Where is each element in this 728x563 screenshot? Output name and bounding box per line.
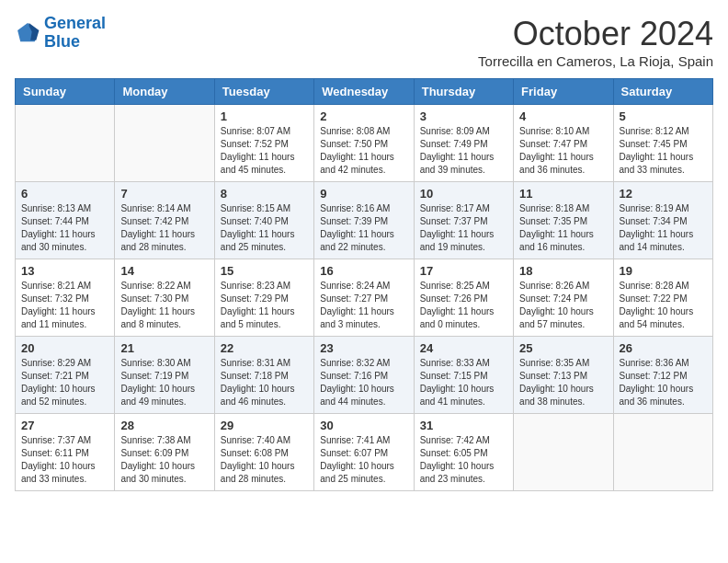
calendar-week-2: 6Sunrise: 8:13 AM Sunset: 7:44 PM Daylig… xyxy=(16,182,713,259)
weekday-header-sunday: Sunday xyxy=(16,79,115,105)
calendar-cell: 22Sunrise: 8:31 AM Sunset: 7:18 PM Dayli… xyxy=(214,337,313,414)
weekday-header-row: SundayMondayTuesdayWednesdayThursdayFrid… xyxy=(16,79,713,105)
calendar-cell: 17Sunrise: 8:25 AM Sunset: 7:26 PM Dayli… xyxy=(414,259,513,337)
month-title: October 2024 xyxy=(478,15,713,53)
day-number: 3 xyxy=(420,109,507,123)
day-number: 28 xyxy=(120,419,208,432)
day-info: Sunrise: 8:35 AM Sunset: 7:13 PM Dayligh… xyxy=(519,357,607,408)
day-info: Sunrise: 8:19 AM Sunset: 7:34 PM Dayligh… xyxy=(620,202,707,254)
day-info: Sunrise: 8:25 AM Sunset: 7:26 PM Dayligh… xyxy=(420,280,507,331)
calendar-cell: 25Sunrise: 8:35 AM Sunset: 7:13 PM Dayli… xyxy=(514,337,613,414)
day-number: 19 xyxy=(620,264,707,278)
weekday-header-monday: Monday xyxy=(115,79,214,105)
day-number: 22 xyxy=(221,341,308,355)
calendar-cell: 3Sunrise: 8:09 AM Sunset: 7:49 PM Daylig… xyxy=(414,105,513,182)
day-number: 11 xyxy=(519,187,607,201)
day-info: Sunrise: 8:22 AM Sunset: 7:30 PM Dayligh… xyxy=(120,280,208,331)
day-info: Sunrise: 8:09 AM Sunset: 7:49 PM Dayligh… xyxy=(420,125,507,177)
day-info: Sunrise: 8:26 AM Sunset: 7:24 PM Dayligh… xyxy=(519,280,607,331)
calendar-cell: 31Sunrise: 7:42 AM Sunset: 6:05 PM Dayli… xyxy=(414,414,513,491)
day-info: Sunrise: 8:12 AM Sunset: 7:45 PM Dayligh… xyxy=(620,125,707,177)
day-number: 6 xyxy=(21,187,108,201)
calendar-cell: 29Sunrise: 7:40 AM Sunset: 6:08 PM Dayli… xyxy=(214,414,313,491)
weekday-header-tuesday: Tuesday xyxy=(214,79,313,105)
calendar-cell xyxy=(514,414,613,491)
day-number: 2 xyxy=(320,109,407,123)
weekday-header-friday: Friday xyxy=(514,79,613,105)
calendar-cell: 7Sunrise: 8:14 AM Sunset: 7:42 PM Daylig… xyxy=(115,182,214,259)
calendar-table: SundayMondayTuesdayWednesdayThursdayFrid… xyxy=(15,78,713,491)
day-info: Sunrise: 8:23 AM Sunset: 7:29 PM Dayligh… xyxy=(221,280,308,331)
day-info: Sunrise: 8:15 AM Sunset: 7:40 PM Dayligh… xyxy=(221,202,308,254)
day-number: 15 xyxy=(221,264,308,278)
day-number: 25 xyxy=(519,341,607,355)
day-info: Sunrise: 8:29 AM Sunset: 7:21 PM Dayligh… xyxy=(21,357,108,408)
day-number: 7 xyxy=(120,187,208,201)
day-number: 31 xyxy=(420,419,507,432)
day-info: Sunrise: 8:13 AM Sunset: 7:44 PM Dayligh… xyxy=(21,202,108,254)
day-number: 30 xyxy=(320,419,407,432)
day-number: 8 xyxy=(221,187,308,201)
calendar-cell: 28Sunrise: 7:38 AM Sunset: 6:09 PM Dayli… xyxy=(115,414,214,491)
day-number: 9 xyxy=(320,187,407,201)
calendar-cell xyxy=(115,105,214,182)
day-number: 24 xyxy=(420,341,507,355)
calendar-cell: 26Sunrise: 8:36 AM Sunset: 7:12 PM Dayli… xyxy=(613,337,712,414)
day-info: Sunrise: 8:17 AM Sunset: 7:37 PM Dayligh… xyxy=(420,202,507,254)
day-info: Sunrise: 8:14 AM Sunset: 7:42 PM Dayligh… xyxy=(120,202,208,254)
calendar-cell: 19Sunrise: 8:28 AM Sunset: 7:22 PM Dayli… xyxy=(613,259,712,337)
page-header: General Blue October 2024 Torrecilla en … xyxy=(15,15,713,69)
day-info: Sunrise: 8:32 AM Sunset: 7:16 PM Dayligh… xyxy=(320,357,407,408)
day-number: 23 xyxy=(320,341,407,355)
calendar-week-4: 20Sunrise: 8:29 AM Sunset: 7:21 PM Dayli… xyxy=(16,337,713,414)
day-number: 27 xyxy=(21,419,108,432)
logo-icon xyxy=(15,20,40,46)
calendar-cell: 10Sunrise: 8:17 AM Sunset: 7:37 PM Dayli… xyxy=(414,182,513,259)
calendar-cell: 8Sunrise: 8:15 AM Sunset: 7:40 PM Daylig… xyxy=(214,182,313,259)
logo-line2: Blue xyxy=(44,32,80,51)
day-number: 29 xyxy=(221,419,308,432)
calendar-body: 1Sunrise: 8:07 AM Sunset: 7:52 PM Daylig… xyxy=(16,105,713,491)
day-info: Sunrise: 8:07 AM Sunset: 7:52 PM Dayligh… xyxy=(221,125,308,177)
day-info: Sunrise: 7:38 AM Sunset: 6:09 PM Dayligh… xyxy=(120,434,208,486)
calendar-cell: 5Sunrise: 8:12 AM Sunset: 7:45 PM Daylig… xyxy=(613,105,712,182)
day-info: Sunrise: 8:33 AM Sunset: 7:15 PM Dayligh… xyxy=(420,357,507,408)
calendar-cell: 15Sunrise: 8:23 AM Sunset: 7:29 PM Dayli… xyxy=(214,259,313,337)
calendar-cell: 1Sunrise: 8:07 AM Sunset: 7:52 PM Daylig… xyxy=(214,105,313,182)
calendar-week-3: 13Sunrise: 8:21 AM Sunset: 7:32 PM Dayli… xyxy=(16,259,713,337)
calendar-cell: 20Sunrise: 8:29 AM Sunset: 7:21 PM Dayli… xyxy=(16,337,115,414)
day-info: Sunrise: 8:08 AM Sunset: 7:50 PM Dayligh… xyxy=(320,125,407,177)
calendar-week-1: 1Sunrise: 8:07 AM Sunset: 7:52 PM Daylig… xyxy=(16,105,713,182)
calendar-cell: 6Sunrise: 8:13 AM Sunset: 7:44 PM Daylig… xyxy=(16,182,115,259)
weekday-header-thursday: Thursday xyxy=(414,79,513,105)
day-number: 17 xyxy=(420,264,507,278)
day-number: 12 xyxy=(620,187,707,201)
calendar-cell: 11Sunrise: 8:18 AM Sunset: 7:35 PM Dayli… xyxy=(514,182,613,259)
day-number: 26 xyxy=(620,341,707,355)
calendar-cell: 27Sunrise: 7:37 AM Sunset: 6:11 PM Dayli… xyxy=(16,414,115,491)
weekday-header-wednesday: Wednesday xyxy=(314,79,414,105)
calendar-cell: 30Sunrise: 7:41 AM Sunset: 6:07 PM Dayli… xyxy=(314,414,414,491)
day-info: Sunrise: 8:30 AM Sunset: 7:19 PM Dayligh… xyxy=(120,357,208,408)
day-info: Sunrise: 8:36 AM Sunset: 7:12 PM Dayligh… xyxy=(620,357,707,408)
calendar-cell: 24Sunrise: 8:33 AM Sunset: 7:15 PM Dayli… xyxy=(414,337,513,414)
calendar-header: SundayMondayTuesdayWednesdayThursdayFrid… xyxy=(16,79,713,105)
day-number: 1 xyxy=(221,109,308,123)
day-number: 21 xyxy=(120,341,208,355)
title-area: October 2024 Torrecilla en Cameros, La R… xyxy=(478,15,713,69)
day-number: 4 xyxy=(519,109,607,123)
logo-line1: General xyxy=(44,14,106,32)
calendar-cell: 23Sunrise: 8:32 AM Sunset: 7:16 PM Dayli… xyxy=(314,337,414,414)
calendar-cell: 16Sunrise: 8:24 AM Sunset: 7:27 PM Dayli… xyxy=(314,259,414,337)
calendar-week-5: 27Sunrise: 7:37 AM Sunset: 6:11 PM Dayli… xyxy=(16,414,713,491)
day-info: Sunrise: 8:18 AM Sunset: 7:35 PM Dayligh… xyxy=(519,202,607,254)
day-info: Sunrise: 8:21 AM Sunset: 7:32 PM Dayligh… xyxy=(21,280,108,331)
day-number: 18 xyxy=(519,264,607,278)
day-number: 20 xyxy=(21,341,108,355)
calendar-cell: 21Sunrise: 8:30 AM Sunset: 7:19 PM Dayli… xyxy=(115,337,214,414)
weekday-header-saturday: Saturday xyxy=(613,79,712,105)
day-info: Sunrise: 7:42 AM Sunset: 6:05 PM Dayligh… xyxy=(420,434,507,486)
calendar-cell xyxy=(16,105,115,182)
day-info: Sunrise: 8:16 AM Sunset: 7:39 PM Dayligh… xyxy=(320,202,407,254)
day-info: Sunrise: 7:41 AM Sunset: 6:07 PM Dayligh… xyxy=(320,434,407,486)
